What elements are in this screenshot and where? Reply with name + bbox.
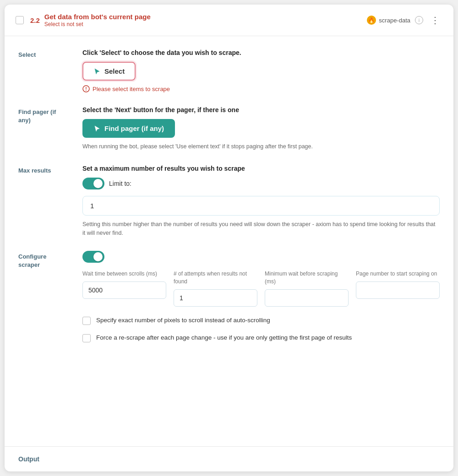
config-grid: Wait time between scrolls (ms) # of atte… — [82, 270, 440, 307]
config-pagenum-label: Page number to start scraping on — [356, 270, 440, 278]
page-subtitle: Select is not set — [44, 21, 367, 27]
output-label: Output — [18, 455, 39, 463]
max-results-content: Set a maximum number of results you wish… — [82, 165, 440, 238]
config-attempts-label: # of attempts when results not found — [174, 270, 257, 286]
find-pager-label: Find pager (if any) — [18, 106, 69, 124]
configure-scraper-label: Configure scraper — [18, 251, 69, 269]
more-menu-icon[interactable]: ⋮ — [428, 14, 442, 27]
config-attempts-input[interactable] — [174, 289, 257, 307]
error-icon: ! — [82, 85, 90, 92]
limit-toggle-label: Limit to: — [109, 180, 131, 187]
find-pager-button[interactable]: Find pager (if any) — [82, 119, 175, 138]
config-col-attempts: # of attempts when results not found — [174, 270, 257, 307]
checkbox-rescrape[interactable] — [82, 334, 91, 342]
max-results-description: Set a maximum number of results you wish… — [82, 165, 440, 172]
configure-scraper-content: Wait time between scrolls (ms) # of atte… — [82, 251, 440, 351]
configure-scraper-section: Configure scraper Wait time between scro… — [18, 251, 440, 351]
max-results-label: Max results — [18, 165, 69, 175]
cursor-white-icon — [93, 125, 101, 132]
select-label: Select — [18, 49, 69, 59]
select-content: Click 'Select' to choose the data you wi… — [82, 49, 440, 92]
fire-icon: 🔥 — [367, 16, 376, 25]
output-section: Output — [5, 446, 453, 471]
scraper-toggle[interactable] — [82, 251, 104, 263]
max-results-input[interactable] — [82, 196, 440, 216]
find-pager-description: Select the 'Next' button for the pager, … — [82, 106, 440, 114]
cursor-icon — [93, 68, 101, 75]
header: 2.2 Get data from bot's current page Sel… — [5, 5, 453, 36]
select-error: ! Please select items to scrape — [82, 85, 440, 92]
find-pager-content: Select the 'Next' button for the pager, … — [82, 106, 440, 151]
max-results-section: Max results Set a maximum number of resu… — [18, 165, 440, 238]
main-content: Select Click 'Select' to choose the data… — [5, 36, 453, 446]
config-minwait-input[interactable] — [265, 289, 349, 307]
select-button[interactable]: Select — [82, 62, 136, 81]
limit-toggle-row: Limit to: — [82, 178, 440, 189]
checkbox-rescrape-row: Force a re-scrape after each page change… — [82, 333, 440, 342]
badge-label: scrape-data — [379, 17, 410, 24]
select-description: Click 'Select' to choose the data you wi… — [82, 49, 440, 56]
header-title-block: Get data from bot's current page Select … — [44, 13, 367, 27]
step-checkbox[interactable] — [16, 16, 24, 24]
limit-toggle[interactable] — [82, 178, 104, 189]
checkbox-pixels-text: Specify exact number of pixels to scroll… — [96, 316, 270, 325]
badge: 🔥 scrape-data — [367, 16, 410, 25]
select-section: Select Click 'Select' to choose the data… — [18, 49, 440, 92]
svg-text:!: ! — [85, 87, 87, 92]
header-actions: 🔥 scrape-data i ⋮ — [367, 14, 442, 27]
max-results-hint: Setting this number higher than the numb… — [82, 220, 440, 238]
config-wait-input[interactable] — [82, 281, 166, 299]
checkbox-rescrape-text: Force a re-scrape after each page change… — [96, 333, 352, 342]
page-title: Get data from bot's current page — [44, 13, 367, 21]
step-number: 2.2 — [30, 16, 40, 24]
checkbox-pixels[interactable] — [82, 317, 91, 325]
find-pager-hint: When running the bot, please select 'Use… — [82, 142, 440, 151]
config-pagenum-input[interactable] — [356, 281, 440, 299]
scraper-toggle-row — [82, 251, 440, 263]
config-wait-label: Wait time between scrolls (ms) — [82, 270, 166, 278]
config-col-pagenum: Page number to start scraping on — [356, 270, 440, 307]
config-col-wait: Wait time between scrolls (ms) — [82, 270, 166, 307]
config-minwait-label: Minimum wait before scraping (ms) — [265, 270, 349, 286]
find-pager-section: Find pager (if any) Select the 'Next' bu… — [18, 106, 440, 151]
config-col-minwait: Minimum wait before scraping (ms) — [265, 270, 349, 307]
info-icon[interactable]: i — [415, 16, 423, 24]
checkbox-pixels-row: Specify exact number of pixels to scroll… — [82, 316, 440, 325]
